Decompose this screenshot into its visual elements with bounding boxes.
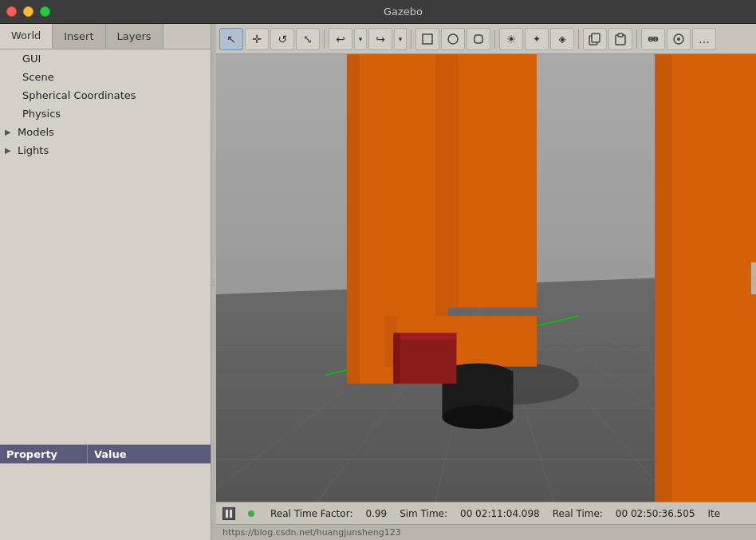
close-button[interactable] bbox=[6, 6, 17, 17]
property-header: Property Value bbox=[0, 445, 211, 463]
svg-point-42 bbox=[442, 405, 513, 429]
svg-rect-36 bbox=[448, 54, 537, 308]
iterations-label: Ite bbox=[708, 508, 721, 519]
scene-svg bbox=[216, 54, 756, 502]
realtime-value: 00 02:50:36.505 bbox=[616, 508, 695, 519]
tab-insert[interactable]: Insert bbox=[53, 24, 105, 49]
left-panel: World Insert Layers GUI Scene Spherical … bbox=[0, 24, 211, 540]
tab-bar: World Insert Layers bbox=[0, 24, 211, 49]
separator-4 bbox=[578, 30, 579, 49]
svg-rect-2 bbox=[474, 35, 482, 43]
svg-point-1 bbox=[448, 34, 458, 44]
svg-rect-47 bbox=[230, 510, 232, 518]
tree-item-spherical-coords[interactable]: Spherical Coordinates bbox=[0, 86, 211, 104]
app-title: Gazebo bbox=[57, 6, 750, 18]
svg-rect-43 bbox=[393, 333, 456, 384]
tree-item-physics[interactable]: Physics bbox=[0, 104, 211, 123]
spotlight-button[interactable]: ◈ bbox=[550, 28, 574, 50]
tree-item-lights[interactable]: ▶ Lights bbox=[0, 141, 211, 160]
svg-rect-32 bbox=[347, 54, 360, 384]
status-indicator bbox=[248, 510, 254, 517]
3d-viewport[interactable]: ⋮ bbox=[216, 54, 756, 502]
url-text: https://blog.csdn.net/huangjunsheng123 bbox=[222, 527, 401, 538]
more-button[interactable]: … bbox=[692, 28, 716, 50]
sphere-button[interactable] bbox=[441, 28, 465, 50]
svg-rect-45 bbox=[393, 333, 400, 384]
realtime-factor-value: 0.99 bbox=[365, 508, 387, 519]
tree-content: GUI Scene Spherical Coordinates Physics … bbox=[0, 49, 211, 444]
simtime-label: Sim Time: bbox=[400, 508, 447, 519]
value-col-header: Value bbox=[88, 445, 211, 463]
maximize-button[interactable] bbox=[40, 6, 50, 17]
main-layout: World Insert Layers GUI Scene Spherical … bbox=[0, 24, 756, 540]
tab-world[interactable]: World bbox=[0, 24, 53, 49]
svg-rect-44 bbox=[393, 333, 456, 339]
separator-1 bbox=[324, 30, 325, 49]
realtime-label: Real Time: bbox=[553, 508, 603, 519]
separator-5 bbox=[636, 30, 637, 49]
property-col-header: Property bbox=[0, 445, 88, 463]
audio-button[interactable] bbox=[667, 28, 691, 50]
toolbar: ↖ ✛ ↺ ⤡ ↩ ▾ ↪ ▾ ☀ ✦ ◈ bbox=[216, 24, 756, 54]
svg-rect-6 bbox=[618, 34, 623, 37]
redo-dropdown[interactable]: ▾ bbox=[394, 28, 407, 50]
tree-item-models[interactable]: ▶ Models bbox=[0, 123, 211, 141]
tree-item-scene[interactable]: Scene bbox=[0, 68, 211, 86]
realtime-factor-label: Real Time Factor: bbox=[270, 508, 352, 519]
svg-rect-46 bbox=[226, 510, 228, 518]
paste-button[interactable] bbox=[608, 28, 632, 50]
separator-3 bbox=[494, 30, 495, 49]
select-button[interactable]: ↖ bbox=[219, 28, 243, 50]
svg-rect-37 bbox=[448, 54, 459, 308]
tab-layers[interactable]: Layers bbox=[106, 24, 163, 49]
minimize-button[interactable] bbox=[23, 6, 33, 17]
svg-point-11 bbox=[677, 37, 680, 41]
simtime-value: 00 02:11:04.098 bbox=[460, 508, 540, 519]
tree-item-gui[interactable]: GUI bbox=[0, 49, 211, 68]
svg-rect-4 bbox=[592, 34, 600, 42]
pause-button[interactable] bbox=[222, 507, 235, 520]
svg-rect-0 bbox=[423, 34, 432, 44]
translate-button[interactable]: ✛ bbox=[245, 28, 269, 50]
copy-button[interactable] bbox=[583, 28, 607, 50]
undo-dropdown[interactable]: ▾ bbox=[354, 28, 367, 50]
viewport-resizer-right[interactable]: ⋮ bbox=[751, 262, 756, 294]
joint-button[interactable] bbox=[641, 28, 665, 50]
pointlight-button[interactable]: ✦ bbox=[525, 28, 549, 50]
separator-2 bbox=[411, 30, 411, 49]
sun-button[interactable]: ☀ bbox=[499, 28, 523, 50]
statusbar: Real Time Factor: 0.99 Sim Time: 00 02:1… bbox=[216, 502, 756, 524]
scale-button[interactable]: ⤡ bbox=[296, 28, 320, 50]
undo-button[interactable]: ↩ bbox=[329, 28, 352, 50]
viewport-area: ↖ ✛ ↺ ⤡ ↩ ▾ ↪ ▾ ☀ ✦ ◈ bbox=[216, 24, 756, 540]
url-bar: https://blog.csdn.net/huangjunsheng123 bbox=[216, 524, 756, 540]
rotate-button[interactable]: ↺ bbox=[270, 28, 294, 50]
property-panel: Property Value bbox=[0, 444, 211, 540]
box-button[interactable] bbox=[415, 28, 439, 50]
cylinder-button[interactable] bbox=[467, 28, 490, 50]
titlebar: Gazebo bbox=[0, 0, 756, 24]
svg-rect-35 bbox=[655, 54, 671, 502]
redo-button[interactable]: ↪ bbox=[368, 28, 392, 50]
